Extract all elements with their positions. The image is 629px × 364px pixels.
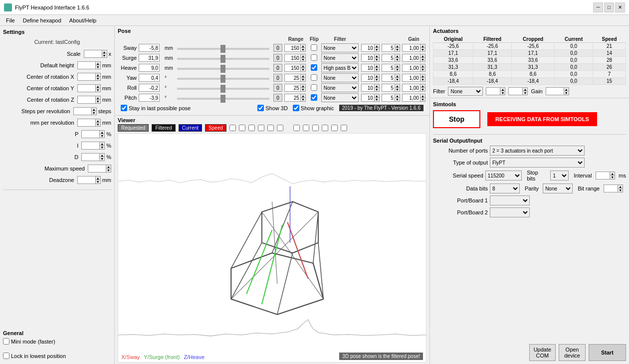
stop-button[interactable]: Stop <box>433 110 480 128</box>
pose-f2-up-4[interactable]: ▲ <box>395 84 400 88</box>
act-f1-input[interactable]: 10 <box>486 87 500 95</box>
menu-define-hexapod[interactable]: Define hexapod <box>19 16 65 24</box>
pose-slider-0[interactable] <box>177 48 269 50</box>
show-graphic-checkbox[interactable] <box>293 105 299 111</box>
menu-file[interactable]: File <box>2 16 19 24</box>
pose-slider-3[interactable] <box>177 78 269 80</box>
pose-f2-down-2[interactable]: ▼ <box>395 68 400 72</box>
pose-range-up-1[interactable]: ▲ <box>300 54 306 58</box>
deadzone-input[interactable]: 0,00 <box>77 176 95 184</box>
pose-gain-1[interactable] <box>402 54 420 62</box>
pose-filter-3[interactable]: None High pass B <box>321 73 359 82</box>
pose-zero-4[interactable]: 0 <box>273 84 282 92</box>
pose-zero-2[interactable]: 0 <box>273 64 282 72</box>
pose-f2-0[interactable] <box>382 44 395 52</box>
steps-input[interactable]: 18,0 <box>73 107 91 115</box>
close-button[interactable]: ✕ <box>615 2 625 12</box>
act-filter-select[interactable]: None <box>448 87 483 96</box>
update-com-button[interactable]: UpdateCOM <box>529 344 556 361</box>
pose-gain-0[interactable] <box>402 44 420 52</box>
pose-range-down-1[interactable]: ▼ <box>300 58 306 62</box>
minimize-button[interactable]: ─ <box>593 2 603 12</box>
stay-in-pose-row[interactable]: Stay in last possible pose <box>121 105 191 111</box>
pose-filter-5[interactable]: None High pass B <box>321 93 359 102</box>
deadzone-up[interactable]: ▲ <box>95 176 101 180</box>
pose-gain-down-1[interactable]: ▼ <box>420 58 425 62</box>
pose-range-5[interactable] <box>284 94 300 102</box>
pose-gain-3[interactable] <box>402 74 420 82</box>
pose-f2-up-1[interactable]: ▲ <box>395 54 400 58</box>
pose-range-up-2[interactable]: ▲ <box>300 64 306 68</box>
pose-f2-1[interactable] <box>382 54 395 62</box>
pose-slider-1[interactable] <box>177 58 269 60</box>
output-type-select[interactable]: FlyPT <box>490 158 585 168</box>
pose-gain-down-5[interactable]: ▼ <box>420 98 425 102</box>
bit-range-up[interactable]: ▲ <box>618 184 623 188</box>
pose-filter-1[interactable]: None High pass B <box>321 53 359 62</box>
pose-range-3[interactable] <box>284 74 300 82</box>
data-bits-select[interactable]: 8 <box>490 183 520 193</box>
mini-mode-checkbox[interactable] <box>3 338 9 345</box>
steps-up[interactable]: ▲ <box>91 107 97 111</box>
show-3d-checkbox[interactable] <box>257 105 264 111</box>
act-f2-down[interactable]: ▼ <box>522 91 528 95</box>
pose-flip-5[interactable] <box>311 94 317 101</box>
bit-range-down[interactable]: ▼ <box>618 188 623 192</box>
pose-f1-5[interactable] <box>361 94 374 102</box>
pose-f2-4[interactable] <box>382 84 395 92</box>
pose-range-down-0[interactable]: ▼ <box>300 48 306 52</box>
port1-select[interactable] <box>490 195 530 205</box>
pose-f1-down-2[interactable]: ▼ <box>374 68 380 72</box>
scale-down-arrow[interactable]: ▼ <box>102 54 107 58</box>
pose-f2-up-3[interactable]: ▲ <box>395 74 400 78</box>
act-gain-up[interactable]: ▲ <box>564 87 569 91</box>
pose-zero-1[interactable]: 0 <box>273 54 282 62</box>
pose-range-1[interactable] <box>284 54 300 62</box>
pose-value-1[interactable] <box>139 54 160 62</box>
pose-f1-up-2[interactable]: ▲ <box>374 64 380 68</box>
pose-f1-0[interactable] <box>361 44 374 52</box>
pose-f2-up-0[interactable]: ▲ <box>395 44 400 48</box>
pose-f2-3[interactable] <box>382 74 395 82</box>
pose-f1-up-4[interactable]: ▲ <box>374 84 380 88</box>
viewer-cb-4[interactable] <box>258 125 264 131</box>
pose-range-up-0[interactable]: ▲ <box>300 44 306 48</box>
pose-f1-up-0[interactable]: ▲ <box>374 44 380 48</box>
pose-f1-up-1[interactable]: ▲ <box>374 54 380 58</box>
deadzone-down[interactable]: ▼ <box>95 180 101 184</box>
pose-f1-3[interactable] <box>361 74 374 82</box>
d-up[interactable]: ▲ <box>99 153 105 157</box>
pose-flip-0[interactable] <box>311 44 317 51</box>
cor-z-up[interactable]: ▲ <box>95 96 101 100</box>
pose-value-4[interactable] <box>139 84 160 92</box>
cor-y-down[interactable]: ▼ <box>95 88 101 92</box>
viewer-cb-8[interactable] <box>303 125 309 131</box>
parity-select[interactable]: None <box>543 183 573 193</box>
pose-f1-4[interactable] <box>361 84 374 92</box>
pose-zero-3[interactable]: 0 <box>273 74 282 82</box>
pose-gain-5[interactable] <box>402 94 420 102</box>
pose-f1-down-4[interactable]: ▼ <box>374 88 380 92</box>
pose-gain-up-1[interactable]: ▲ <box>420 54 425 58</box>
pose-f1-down-5[interactable]: ▼ <box>374 98 380 102</box>
pose-gain-down-2[interactable]: ▼ <box>420 68 425 72</box>
viewer-cb-9[interactable] <box>312 125 319 131</box>
pose-value-5[interactable] <box>139 94 160 102</box>
viewer-cb-6[interactable] <box>277 125 283 131</box>
pose-zero-5[interactable]: 0 <box>273 94 282 102</box>
viewer-cb-1[interactable] <box>229 125 236 131</box>
p-input[interactable]: 0,85 <box>81 130 99 138</box>
pose-gain-up-5[interactable]: ▲ <box>420 94 425 98</box>
pose-f1-1[interactable] <box>361 54 374 62</box>
pose-flip-2[interactable] <box>311 64 317 71</box>
cor-z-down[interactable]: ▼ <box>95 100 101 104</box>
pose-f2-2[interactable] <box>382 64 395 72</box>
interval-input[interactable]: 1 <box>596 172 610 180</box>
mm-rev-down[interactable]: ▼ <box>95 123 101 127</box>
pose-f2-up-5[interactable]: ▲ <box>395 94 400 98</box>
stop-bits-select[interactable]: 1 <box>550 171 569 181</box>
pose-slider-5[interactable] <box>177 98 269 100</box>
pose-f1-down-1[interactable]: ▼ <box>374 58 380 62</box>
default-height-down[interactable]: ▼ <box>95 65 101 69</box>
act-gain-down[interactable]: ▼ <box>564 91 569 95</box>
